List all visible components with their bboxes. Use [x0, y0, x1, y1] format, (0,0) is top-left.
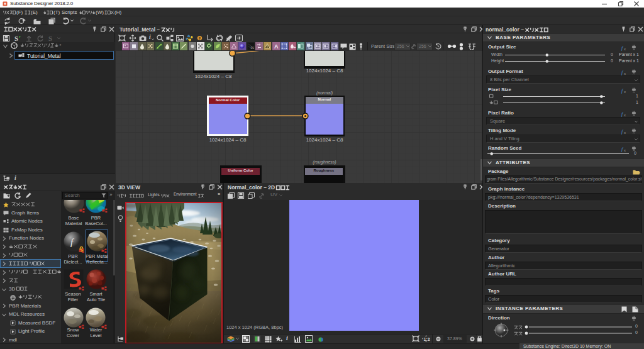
svg-text:x: x — [624, 72, 626, 75]
svg-text:x: x — [624, 131, 626, 135]
svg-text:S: S — [14, 35, 18, 42]
svg-text:x: x — [624, 47, 626, 51]
svg-text:x: x — [624, 90, 626, 94]
svg-text:01: 01 — [250, 47, 254, 50]
svg-text:S: S — [48, 35, 52, 42]
svg-text:A: A — [274, 43, 279, 50]
svg-text:x: x — [624, 113, 626, 117]
